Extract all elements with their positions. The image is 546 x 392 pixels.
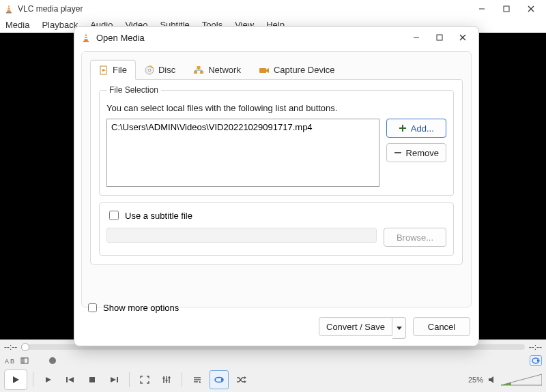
menu-media[interactable]: Media: [5, 18, 29, 33]
svg-point-48: [148, 69, 151, 72]
cancel-label: Cancel: [428, 322, 455, 332]
svg-rect-5: [504, 6, 509, 12]
playlist-button[interactable]: [188, 370, 207, 389]
vlc-cone-icon: [4, 4, 14, 14]
remove-button[interactable]: Remove: [386, 143, 446, 162]
file-list[interactable]: C:\Users\ADMIN\Videos\VID20221029091717.…: [106, 119, 379, 187]
show-more-options[interactable]: Show more options: [85, 301, 179, 314]
svg-marker-33: [244, 380, 246, 383]
ab-loop-button[interactable]: A B: [4, 355, 16, 366]
show-more-label: Show more options: [103, 303, 179, 313]
svg-marker-57: [397, 327, 402, 330]
minimize-button[interactable]: [470, 0, 494, 18]
svg-marker-32: [244, 376, 246, 379]
svg-marker-19: [111, 377, 116, 382]
record-button[interactable]: [46, 355, 59, 366]
time-current: --:--: [4, 342, 17, 352]
svg-rect-18: [89, 377, 95, 382]
plus-icon: [399, 124, 407, 132]
svg-rect-52: [259, 68, 266, 73]
svg-point-12: [49, 357, 56, 364]
vlc-cone-icon: [81, 33, 91, 42]
svg-rect-16: [66, 377, 68, 382]
dialog-minimize-button[interactable]: [405, 29, 428, 46]
tab-capture[interactable]: Capture Device: [250, 60, 344, 80]
loop-indicator-button[interactable]: [530, 355, 542, 366]
minus-icon: [394, 149, 402, 157]
play-button[interactable]: [4, 370, 27, 390]
tab-file-page: File Selection You can select local file…: [90, 79, 463, 265]
dialog-title: Open Media: [96, 33, 405, 43]
main-titlebar: VLC media player: [0, 0, 546, 18]
svg-rect-3: [8, 10, 11, 10]
capture-icon: [259, 65, 270, 75]
convert-save-splitbutton[interactable]: Convert / Save: [319, 317, 406, 339]
remove-button-label: Remove: [406, 148, 439, 158]
loop-button[interactable]: [210, 370, 229, 389]
tab-disc-label: Disc: [158, 65, 175, 75]
use-subtitle-checkbox[interactable]: [109, 211, 119, 220]
tab-capture-label: Capture Device: [274, 65, 335, 75]
subtitle-path-field: [106, 228, 377, 243]
file-list-item[interactable]: C:\Users\ADMIN\Videos\VID20221029091717.…: [111, 122, 375, 132]
dialog-maximize-button[interactable]: [428, 29, 451, 46]
shuffle-button[interactable]: [231, 370, 250, 389]
convert-save-button[interactable]: Convert / Save: [319, 317, 392, 336]
close-button[interactable]: [519, 0, 543, 18]
network-icon: [193, 65, 204, 75]
dialog-close-button[interactable]: [451, 29, 474, 46]
next-button[interactable]: [104, 370, 124, 389]
tab-disc[interactable]: Disc: [136, 60, 184, 80]
equalizer-button[interactable]: [157, 370, 176, 389]
volume-percent: 25%: [468, 376, 483, 384]
svg-marker-17: [68, 377, 74, 382]
svg-marker-34: [489, 376, 493, 383]
file-selection-legend: File Selection: [106, 85, 161, 95]
svg-rect-49: [194, 71, 197, 74]
cancel-button[interactable]: Cancel: [413, 317, 470, 336]
time-total: --:--: [529, 342, 542, 352]
frame-step-button[interactable]: [19, 355, 31, 366]
file-selection-hint: You can select local files with the foll…: [106, 103, 446, 113]
show-more-checkbox[interactable]: [88, 303, 97, 312]
svg-rect-51: [197, 66, 201, 69]
svg-rect-20: [117, 377, 118, 382]
svg-marker-37: [84, 33, 88, 41]
add-button[interactable]: Add...: [386, 119, 446, 138]
svg-rect-38: [83, 41, 89, 42]
disc-icon: [145, 65, 154, 75]
svg-marker-14: [13, 376, 19, 383]
svg-marker-15: [46, 377, 51, 382]
tab-file[interactable]: File: [90, 60, 136, 80]
svg-marker-53: [266, 68, 269, 73]
convert-save-dropdown[interactable]: [392, 317, 406, 339]
previous-button[interactable]: [61, 370, 80, 389]
subtitle-group: Use a subtitle file Browse...: [99, 202, 454, 256]
controls-toolbar: 25%: [0, 367, 546, 392]
maximize-button[interactable]: [494, 0, 519, 18]
dialog-titlebar: Open Media: [74, 27, 478, 48]
svg-rect-26: [169, 377, 171, 378]
tab-network-label: Network: [208, 65, 241, 75]
tab-file-label: File: [113, 65, 127, 75]
browse-subtitle-button[interactable]: Browse...: [384, 228, 446, 247]
dialog-tabs: File Disc Network Capture Device: [82, 59, 471, 79]
app-title: VLC media player: [18, 4, 470, 14]
menu-playback[interactable]: Playback: [42, 18, 78, 33]
add-button-label: Add...: [411, 123, 434, 134]
svg-rect-50: [200, 71, 203, 74]
speaker-icon[interactable]: [487, 375, 497, 385]
fullscreen-button[interactable]: [135, 370, 154, 389]
file-selection-group: File Selection You can select local file…: [99, 85, 454, 196]
use-subtitle-label: Use a subtitle file: [125, 211, 192, 221]
svg-marker-30: [199, 381, 201, 383]
open-media-dialog: Open Media File Disc Network Capture Dev…: [74, 26, 479, 346]
volume-slider[interactable]: [501, 373, 542, 387]
stop-button[interactable]: [83, 370, 102, 389]
play-small-button[interactable]: [39, 370, 58, 389]
svg-rect-2: [8, 7, 10, 8]
svg-marker-0: [7, 5, 11, 12]
tab-network[interactable]: Network: [184, 60, 250, 80]
svg-rect-42: [437, 35, 442, 40]
svg-rect-39: [85, 36, 87, 37]
